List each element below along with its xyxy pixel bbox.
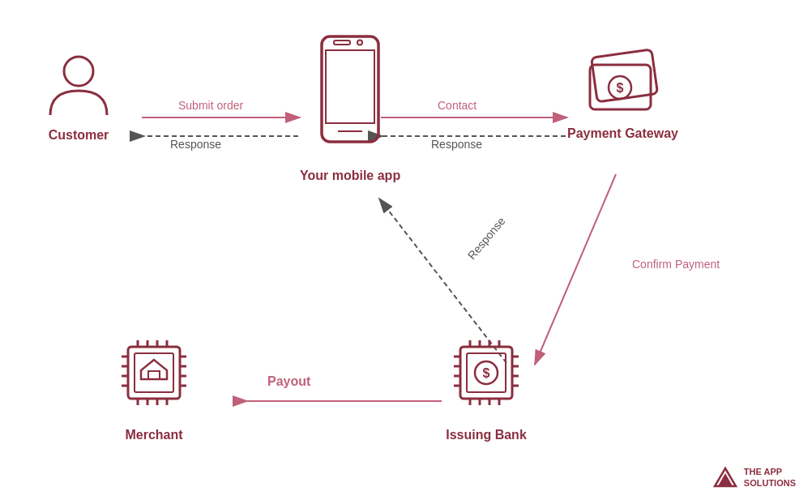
logo: THE APP SOLUTIONS (713, 465, 796, 489)
logo-text: THE APP SOLUTIONS (744, 466, 796, 489)
svg-rect-13 (322, 36, 378, 142)
merchant-node: Merchant (105, 324, 203, 442)
svg-marker-24 (141, 360, 167, 379)
payout-label: Payout (267, 374, 310, 389)
svg-text:$: $ (617, 81, 624, 95)
response-3-label: Response (465, 215, 508, 263)
customer-icon (42, 49, 115, 122)
submit-order-label: Submit order (178, 99, 243, 112)
issuing-bank-icon: $ (438, 324, 535, 421)
mobile-app-icon (310, 32, 391, 162)
svg-rect-22 (128, 347, 180, 399)
merchant-icon (105, 324, 203, 421)
logo-icon (713, 465, 737, 489)
svg-point-16 (357, 41, 362, 45)
response-2-label: Response (431, 138, 482, 151)
payment-gateway-node: $ Payment Gateway (567, 47, 678, 141)
svg-rect-14 (326, 50, 374, 123)
payment-gateway-label: Payment Gateway (567, 126, 678, 141)
merchant-label: Merchant (125, 428, 182, 442)
svg-rect-25 (148, 371, 160, 379)
mobile-app-node: Your mobile app (300, 32, 400, 183)
svg-rect-15 (334, 41, 350, 45)
svg-text:$: $ (483, 366, 490, 380)
issuing-bank-label: Issuing Bank (446, 428, 527, 442)
payment-gateway-icon: $ (578, 47, 667, 120)
diagram-container: Customer Your mobile app $ Payment Gatew… (0, 0, 812, 504)
customer-node: Customer (42, 49, 115, 143)
response-1-label: Response (170, 138, 221, 151)
svg-line-9 (535, 174, 616, 365)
confirm-payment-label: Confirm Payment (632, 258, 720, 271)
customer-label: Customer (49, 128, 109, 143)
issuing-bank-node: $ Issuing Bank (438, 324, 535, 442)
mobile-app-label: Your mobile app (300, 169, 400, 183)
svg-point-12 (64, 57, 93, 86)
svg-rect-18 (592, 49, 658, 102)
contact-label: Contact (438, 99, 477, 112)
